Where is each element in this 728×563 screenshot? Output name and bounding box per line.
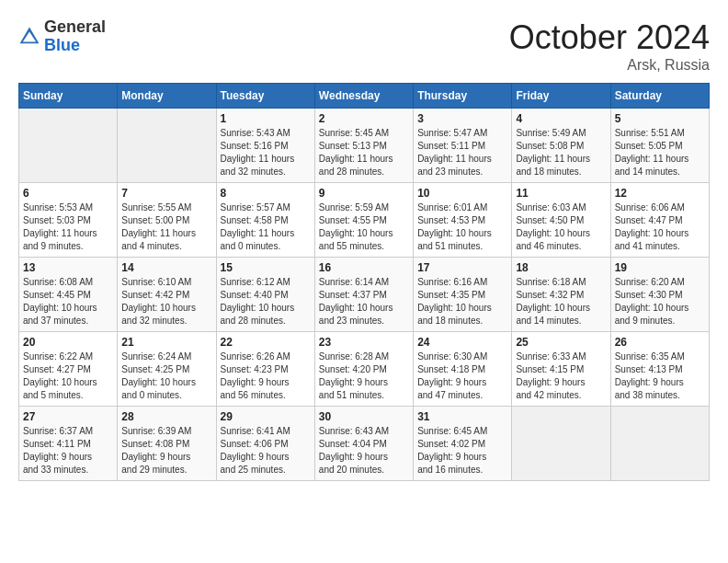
calendar-cell: 1Sunrise: 5:43 AM Sunset: 5:16 PM Daylig…: [216, 109, 314, 183]
day-number: 2: [319, 112, 409, 125]
day-number: 20: [23, 336, 113, 349]
day-number: 31: [417, 410, 507, 423]
day-number: 27: [23, 410, 113, 423]
day-detail: Sunrise: 6:30 AM Sunset: 4:18 PM Dayligh…: [417, 350, 507, 402]
day-number: 23: [319, 336, 409, 349]
calendar-cell: [610, 407, 709, 481]
calendar-cell: 12Sunrise: 6:06 AM Sunset: 4:47 PM Dayli…: [610, 183, 709, 258]
location-subtitle: Arsk, Russia: [509, 57, 710, 74]
day-detail: Sunrise: 6:37 AM Sunset: 4:11 PM Dayligh…: [23, 425, 113, 477]
calendar-cell: 25Sunrise: 6:33 AM Sunset: 4:15 PM Dayli…: [512, 332, 610, 407]
weekday-header-thursday: Thursday: [414, 84, 512, 109]
calendar-cell: 31Sunrise: 6:45 AM Sunset: 4:02 PM Dayli…: [414, 407, 512, 481]
calendar-cell: [19, 109, 118, 183]
day-detail: Sunrise: 6:08 AM Sunset: 4:45 PM Dayligh…: [23, 276, 113, 327]
calendar-cell: 29Sunrise: 6:41 AM Sunset: 4:06 PM Dayli…: [216, 407, 314, 481]
calendar-cell: 30Sunrise: 6:43 AM Sunset: 4:04 PM Dayli…: [314, 407, 413, 481]
day-number: 15: [221, 261, 311, 274]
day-detail: Sunrise: 6:33 AM Sunset: 4:15 PM Dayligh…: [516, 350, 606, 402]
day-number: 12: [615, 187, 705, 200]
day-detail: Sunrise: 5:59 AM Sunset: 4:55 PM Dayligh…: [319, 201, 409, 253]
day-number: 14: [121, 261, 211, 274]
day-number: 6: [23, 187, 113, 200]
day-number: 1: [221, 112, 311, 125]
day-detail: Sunrise: 6:12 AM Sunset: 4:40 PM Dayligh…: [221, 276, 311, 327]
day-detail: Sunrise: 6:28 AM Sunset: 4:20 PM Dayligh…: [319, 350, 409, 402]
calendar-cell: 5Sunrise: 5:51 AM Sunset: 5:05 PM Daylig…: [610, 109, 709, 183]
day-number: 17: [417, 261, 507, 274]
calendar-week-2: 6Sunrise: 5:53 AM Sunset: 5:03 PM Daylig…: [19, 183, 710, 258]
day-detail: Sunrise: 6:35 AM Sunset: 4:13 PM Dayligh…: [615, 350, 705, 402]
day-detail: Sunrise: 6:43 AM Sunset: 4:04 PM Dayligh…: [319, 425, 409, 477]
day-detail: Sunrise: 6:24 AM Sunset: 4:25 PM Dayligh…: [121, 350, 211, 402]
calendar-cell: 8Sunrise: 5:57 AM Sunset: 4:58 PM Daylig…: [216, 183, 314, 258]
day-number: 24: [417, 336, 507, 349]
day-detail: Sunrise: 6:14 AM Sunset: 4:37 PM Dayligh…: [319, 276, 409, 327]
calendar-cell: 9Sunrise: 5:59 AM Sunset: 4:55 PM Daylig…: [314, 183, 413, 258]
day-number: 4: [516, 112, 606, 125]
day-detail: Sunrise: 5:43 AM Sunset: 5:16 PM Dayligh…: [221, 127, 311, 178]
day-number: 11: [516, 187, 606, 200]
calendar-body: 1Sunrise: 5:43 AM Sunset: 5:16 PM Daylig…: [19, 109, 710, 481]
day-detail: Sunrise: 6:22 AM Sunset: 4:27 PM Dayligh…: [23, 350, 113, 402]
logo-icon: [18, 26, 40, 48]
calendar-cell: 27Sunrise: 6:37 AM Sunset: 4:11 PM Dayli…: [19, 407, 118, 481]
calendar-cell: 7Sunrise: 5:55 AM Sunset: 5:00 PM Daylig…: [118, 183, 216, 258]
calendar-cell: 21Sunrise: 6:24 AM Sunset: 4:25 PM Dayli…: [118, 332, 216, 407]
calendar-cell: 28Sunrise: 6:39 AM Sunset: 4:08 PM Dayli…: [118, 407, 216, 481]
weekday-header-row: SundayMondayTuesdayWednesdayThursdayFrid…: [19, 84, 710, 109]
calendar-cell: 4Sunrise: 5:49 AM Sunset: 5:08 PM Daylig…: [512, 109, 610, 183]
day-number: 29: [221, 410, 311, 423]
calendar-cell: 6Sunrise: 5:53 AM Sunset: 5:03 PM Daylig…: [19, 183, 118, 258]
day-number: 10: [417, 187, 507, 200]
day-number: 26: [615, 336, 705, 349]
day-number: 28: [121, 410, 211, 423]
calendar-cell: 2Sunrise: 5:45 AM Sunset: 5:13 PM Daylig…: [314, 109, 413, 183]
day-detail: Sunrise: 6:06 AM Sunset: 4:47 PM Dayligh…: [615, 201, 705, 253]
day-detail: Sunrise: 5:45 AM Sunset: 5:13 PM Dayligh…: [319, 127, 409, 178]
day-number: 7: [121, 187, 211, 200]
calendar-cell: 15Sunrise: 6:12 AM Sunset: 4:40 PM Dayli…: [216, 258, 314, 332]
calendar-cell: 22Sunrise: 6:26 AM Sunset: 4:23 PM Dayli…: [216, 332, 314, 407]
day-detail: Sunrise: 6:18 AM Sunset: 4:32 PM Dayligh…: [516, 276, 606, 327]
day-detail: Sunrise: 6:10 AM Sunset: 4:42 PM Dayligh…: [121, 276, 211, 327]
calendar-week-4: 20Sunrise: 6:22 AM Sunset: 4:27 PM Dayli…: [19, 332, 710, 407]
calendar-cell: 24Sunrise: 6:30 AM Sunset: 4:18 PM Dayli…: [414, 332, 512, 407]
day-detail: Sunrise: 6:20 AM Sunset: 4:30 PM Dayligh…: [615, 276, 705, 327]
day-detail: Sunrise: 6:45 AM Sunset: 4:02 PM Dayligh…: [417, 425, 507, 477]
day-detail: Sunrise: 5:57 AM Sunset: 4:58 PM Dayligh…: [221, 201, 311, 253]
month-title: October 2024: [509, 18, 710, 57]
day-detail: Sunrise: 5:53 AM Sunset: 5:03 PM Dayligh…: [23, 201, 113, 253]
day-detail: Sunrise: 5:51 AM Sunset: 5:05 PM Dayligh…: [615, 127, 705, 178]
day-number: 3: [417, 112, 507, 125]
calendar-cell: [118, 109, 216, 183]
calendar-week-3: 13Sunrise: 6:08 AM Sunset: 4:45 PM Dayli…: [19, 258, 710, 332]
day-number: 21: [121, 336, 211, 349]
logo-general-text: General: [44, 17, 106, 36]
calendar-cell: 13Sunrise: 6:08 AM Sunset: 4:45 PM Dayli…: [19, 258, 118, 332]
weekday-header-friday: Friday: [512, 84, 610, 109]
day-detail: Sunrise: 5:47 AM Sunset: 5:11 PM Dayligh…: [417, 127, 507, 178]
day-detail: Sunrise: 5:55 AM Sunset: 5:00 PM Dayligh…: [121, 201, 211, 253]
calendar-cell: 19Sunrise: 6:20 AM Sunset: 4:30 PM Dayli…: [610, 258, 709, 332]
weekday-header-wednesday: Wednesday: [314, 84, 413, 109]
day-detail: Sunrise: 6:16 AM Sunset: 4:35 PM Dayligh…: [417, 276, 507, 327]
day-detail: Sunrise: 6:26 AM Sunset: 4:23 PM Dayligh…: [221, 350, 311, 402]
day-number: 9: [319, 187, 409, 200]
day-number: 25: [516, 336, 606, 349]
calendar-cell: 16Sunrise: 6:14 AM Sunset: 4:37 PM Dayli…: [314, 258, 413, 332]
calendar-cell: 23Sunrise: 6:28 AM Sunset: 4:20 PM Dayli…: [314, 332, 413, 407]
day-detail: Sunrise: 6:41 AM Sunset: 4:06 PM Dayligh…: [221, 425, 311, 477]
calendar-cell: 20Sunrise: 6:22 AM Sunset: 4:27 PM Dayli…: [19, 332, 118, 407]
calendar-cell: 11Sunrise: 6:03 AM Sunset: 4:50 PM Dayli…: [512, 183, 610, 258]
calendar-cell: 3Sunrise: 5:47 AM Sunset: 5:11 PM Daylig…: [414, 109, 512, 183]
day-number: 19: [615, 261, 705, 274]
weekday-header-sunday: Sunday: [19, 84, 118, 109]
calendar-header: SundayMondayTuesdayWednesdayThursdayFrid…: [19, 84, 710, 109]
day-number: 30: [319, 410, 409, 423]
weekday-header-tuesday: Tuesday: [216, 84, 314, 109]
calendar-cell: 14Sunrise: 6:10 AM Sunset: 4:42 PM Dayli…: [118, 258, 216, 332]
calendar-cell: 17Sunrise: 6:16 AM Sunset: 4:35 PM Dayli…: [414, 258, 512, 332]
calendar-cell: 10Sunrise: 6:01 AM Sunset: 4:53 PM Dayli…: [414, 183, 512, 258]
calendar-cell: 18Sunrise: 6:18 AM Sunset: 4:32 PM Dayli…: [512, 258, 610, 332]
